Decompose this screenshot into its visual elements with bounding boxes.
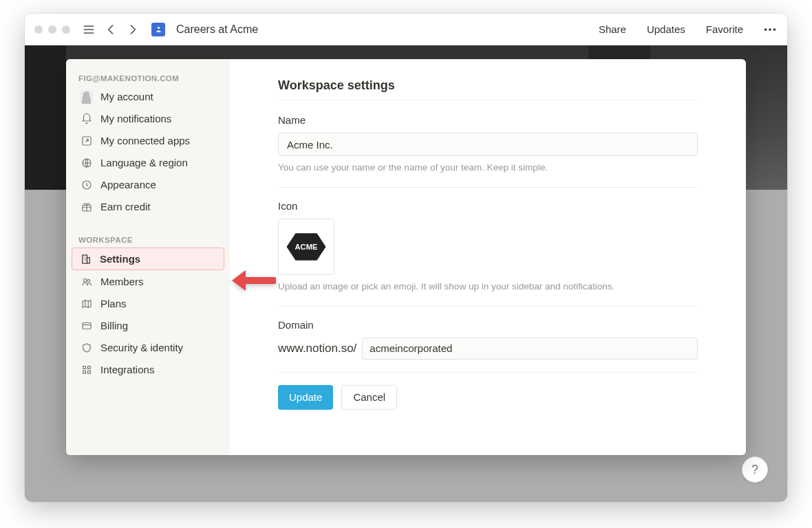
svg-rect-13: [83, 366, 85, 368]
svg-rect-12: [83, 322, 91, 329]
sidebar-item-label: Integrations: [100, 364, 154, 375]
svg-point-11: [87, 279, 90, 282]
titlebar: Careers at Acme Share Updates Favorite: [25, 14, 787, 45]
sidebar-item-settings[interactable]: Settings: [72, 248, 224, 270]
updates-button[interactable]: Updates: [647, 23, 685, 35]
page-title[interactable]: Careers at Acme: [176, 23, 258, 36]
icon-help-text: Upload an image or pick an emoji. It wil…: [278, 280, 698, 294]
workspace-section-label: WORKSPACE: [70, 232, 226, 247]
maximize-window-icon[interactable]: [62, 25, 70, 34]
sidebar-item-my-connected-apps[interactable]: My connected apps: [73, 130, 223, 151]
sidebar-item-billing[interactable]: Billing: [73, 315, 223, 336]
settings-heading: Workspace settings: [278, 78, 698, 93]
share-button[interactable]: Share: [599, 23, 626, 35]
sidebar-item-label: My account: [100, 91, 153, 102]
favorite-button[interactable]: Favorite: [706, 23, 743, 35]
sidebar-item-integrations[interactable]: Integrations: [73, 359, 223, 380]
domain-prefix: www.notion.so/: [278, 342, 356, 355]
building-icon: [79, 252, 92, 265]
name-help-text: You can use your name or the name of you…: [278, 162, 698, 175]
arrow-up-right-square-icon: [80, 134, 93, 147]
close-window-icon[interactable]: [34, 25, 43, 34]
sidebar-item-label: My connected apps: [100, 135, 190, 146]
sidebar-item-label: Members: [100, 276, 144, 287]
account-section-label: FIG@MAKENOTION.COM: [70, 70, 226, 85]
button-row: Update Cancel: [278, 385, 698, 410]
workspace-domain-input[interactable]: [362, 338, 698, 360]
settings-sidebar: FIG@MAKENOTION.COM My account My notific…: [66, 59, 230, 455]
clock-icon: [80, 178, 93, 191]
sidebar-item-label: Billing: [100, 320, 128, 331]
divider: [278, 187, 698, 188]
svg-point-2: [769, 28, 771, 31]
domain-field-label: Domain: [278, 319, 698, 331]
svg-rect-14: [87, 366, 90, 368]
sidebar-item-plans[interactable]: Plans: [73, 293, 223, 314]
bell-icon: [80, 112, 93, 125]
sidebar-item-appearance[interactable]: Appearance: [73, 174, 223, 195]
sidebar-item-security-identity[interactable]: Security & identity: [73, 337, 223, 358]
back-icon[interactable]: [103, 22, 118, 37]
map-icon: [80, 297, 93, 310]
page-emoji-icon: [151, 23, 165, 36]
svg-rect-9: [87, 257, 89, 263]
sidebar-item-label: Appearance: [100, 179, 156, 190]
sidebar-item-earn-credit[interactable]: Earn credit: [73, 196, 223, 217]
svg-text:ACME: ACME: [295, 243, 318, 251]
minimize-window-icon[interactable]: [48, 25, 56, 34]
sidebar-item-language-region[interactable]: Language & region: [73, 152, 223, 173]
more-icon[interactable]: [762, 22, 778, 37]
svg-rect-15: [83, 371, 85, 373]
shield-icon: [80, 341, 93, 354]
sidebar-item-label: My notifications: [100, 113, 171, 124]
update-button[interactable]: Update: [278, 385, 333, 410]
window-controls: [34, 25, 70, 34]
sidebar-item-my-notifications[interactable]: My notifications: [73, 108, 223, 129]
sidebar-item-label: Earn credit: [100, 201, 151, 212]
avatar-icon: [80, 90, 93, 103]
sidebar-item-label: Security & identity: [100, 342, 183, 353]
domain-row: www.notion.so/: [278, 338, 698, 360]
grid-icon: [80, 363, 93, 376]
acme-logo-icon: ACME: [285, 229, 328, 265]
workspace-name-input[interactable]: [278, 133, 698, 156]
svg-point-10: [83, 278, 87, 282]
cancel-button[interactable]: Cancel: [341, 385, 397, 410]
svg-point-3: [773, 28, 776, 31]
people-icon: [80, 275, 93, 288]
gift-icon: [80, 200, 93, 213]
svg-point-1: [765, 28, 767, 31]
svg-rect-8: [82, 255, 87, 263]
sidebar-item-members[interactable]: Members: [73, 271, 223, 292]
globe-icon: [80, 156, 93, 169]
svg-point-0: [157, 27, 159, 29]
svg-rect-16: [87, 371, 90, 373]
sidebar-item-label: Language & region: [100, 157, 188, 168]
sidebar-item-label: Settings: [100, 253, 140, 265]
forward-icon[interactable]: [125, 22, 140, 37]
credit-card-icon: [80, 319, 93, 332]
icon-field-label: Icon: [278, 200, 698, 212]
settings-modal: FIG@MAKENOTION.COM My account My notific…: [66, 59, 746, 455]
sidebar-item-label: Plans: [100, 298, 127, 309]
name-field-label: Name: [278, 114, 698, 126]
help-button[interactable]: ?: [742, 456, 768, 483]
divider: [278, 306, 698, 307]
app-window: Careers at Acme Share Updates Favorite O…: [25, 14, 787, 502]
menu-icon[interactable]: [81, 22, 96, 37]
divider: [278, 372, 698, 373]
workspace-icon-picker[interactable]: ACME: [278, 219, 334, 275]
settings-main: Workspace settings Name You can use your…: [230, 59, 746, 455]
sidebar-item-my-account[interactable]: My account: [73, 86, 223, 107]
divider: [278, 100, 698, 100]
